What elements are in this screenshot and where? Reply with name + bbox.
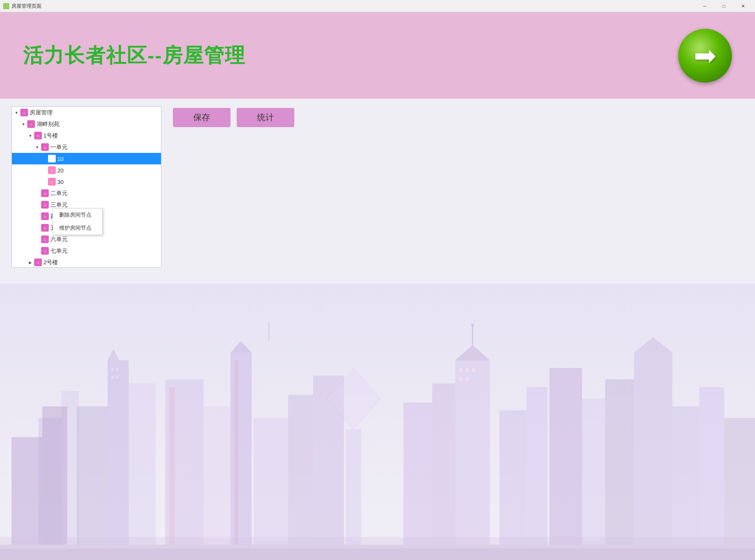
- tree-label: 七单元: [50, 247, 68, 255]
- save-button[interactable]: 保存: [173, 108, 231, 127]
- tree-node-room1[interactable]: ⌂ 10 删除房间节点 维护房间节点: [12, 153, 161, 164]
- svg-rect-11: [204, 406, 231, 545]
- home-icon: ⌂: [41, 235, 49, 243]
- svg-rect-15: [288, 395, 313, 545]
- toggle-icon: [41, 167, 47, 173]
- home-icon: ⌂: [48, 155, 56, 162]
- svg-rect-26: [582, 399, 605, 545]
- tree-label: 1号楼: [43, 132, 58, 139]
- tree-label: 房屋管理: [30, 109, 53, 116]
- tree-panel[interactable]: ▼ ⌂ 房屋管理 ▼ ⌂ 湖畔别苑 ▼ ⌂ 1号楼 ▼ ⌂ 一单元 ⌂ 10: [12, 106, 161, 268]
- svg-rect-21: [455, 360, 490, 545]
- svg-rect-33: [111, 368, 114, 371]
- page-title: 活力长者社区--房屋管理: [23, 42, 246, 69]
- tree-label: 30: [57, 179, 64, 185]
- context-menu-maintain[interactable]: 维护房间节点: [53, 222, 102, 235]
- home-icon: ⌂: [41, 189, 49, 197]
- svg-rect-32: [724, 418, 755, 545]
- svg-rect-41: [466, 378, 469, 381]
- home-icon: ⌂: [41, 224, 49, 232]
- next-page-button[interactable]: ➡: [678, 29, 732, 83]
- stats-button[interactable]: 统计: [237, 108, 294, 127]
- toggle-icon: [34, 225, 40, 231]
- toggle-icon: [34, 190, 40, 196]
- svg-rect-43: [234, 360, 238, 545]
- minimize-button[interactable]: ─: [696, 2, 714, 11]
- title-bar-title: 房屋管理页面: [12, 3, 41, 10]
- tree-node-unit1[interactable]: ▼ ⌂ 一单元: [12, 141, 161, 153]
- toggle-icon: [34, 213, 40, 219]
- tree-node-unit7[interactable]: ⌂ 七单元: [12, 245, 161, 257]
- tree-node-room3[interactable]: ⌂ 30: [12, 176, 161, 187]
- svg-rect-24: [526, 387, 548, 545]
- toggle-icon: [34, 202, 40, 208]
- close-button[interactable]: ✕: [734, 2, 752, 11]
- svg-rect-31: [699, 387, 724, 545]
- tree-label: 二单元: [50, 190, 68, 197]
- cityscape-background: [0, 283, 755, 560]
- toggle-icon: ▶: [27, 259, 33, 265]
- toggle-icon: ▼: [20, 121, 27, 127]
- svg-rect-37: [459, 368, 462, 372]
- svg-rect-12: [231, 353, 252, 545]
- svg-rect-27: [605, 379, 634, 545]
- header-banner: 活力长者社区--房屋管理 ➡: [0, 12, 755, 99]
- app-icon: [3, 3, 9, 9]
- svg-rect-35: [111, 376, 114, 379]
- svg-rect-5: [108, 360, 129, 545]
- home-icon: ⌂: [41, 201, 49, 209]
- home-icon: ⌂: [34, 132, 42, 139]
- svg-rect-18: [346, 429, 361, 545]
- toggle-icon: ▼: [27, 133, 33, 139]
- toggle-icon: ▼: [13, 109, 20, 116]
- context-menu-delete[interactable]: 删除房间节点: [53, 209, 102, 222]
- svg-rect-42: [169, 387, 175, 545]
- svg-rect-6: [129, 383, 156, 545]
- tree-label: 20: [57, 167, 64, 174]
- svg-rect-20: [432, 383, 455, 545]
- svg-rect-19: [403, 403, 432, 545]
- svg-rect-38: [466, 368, 469, 372]
- home-icon: ⌂: [34, 258, 42, 266]
- svg-rect-39: [472, 368, 475, 372]
- svg-rect-36: [116, 376, 118, 379]
- action-buttons-panel: 保存 统计: [173, 106, 294, 268]
- toggle-icon: [34, 236, 40, 242]
- tree-node-root[interactable]: ▼ ⌂ 房屋管理: [12, 107, 161, 118]
- home-icon: ⌂: [48, 166, 56, 174]
- svg-rect-28: [634, 353, 672, 545]
- city-svg: [0, 283, 755, 560]
- tree-node-unit6[interactable]: ⌂ 六单元: [12, 234, 161, 245]
- svg-rect-34: [116, 368, 118, 371]
- tree-node-room2[interactable]: ⌂ 20: [12, 164, 161, 176]
- svg-rect-7: [12, 437, 42, 545]
- tree-node-community[interactable]: ▼ ⌂ 湖畔别苑: [12, 118, 161, 130]
- home-icon: ⌂: [48, 178, 56, 186]
- home-icon: ⌂: [41, 143, 49, 151]
- svg-rect-23: [499, 410, 526, 545]
- toggle-icon: [41, 179, 47, 185]
- home-icon: ⌂: [41, 212, 49, 220]
- title-bar: 房屋管理页面 ─ □ ✕: [0, 0, 755, 12]
- title-bar-left: 房屋管理页面: [3, 3, 41, 10]
- tree-node-unit2[interactable]: ⌂ 二单元: [12, 187, 161, 199]
- svg-rect-4: [77, 406, 108, 545]
- tree-node-building1[interactable]: ▼ ⌂ 1号楼: [12, 130, 161, 141]
- svg-rect-40: [459, 378, 462, 381]
- arrow-right-icon: ➡: [694, 42, 717, 69]
- tree-label: 三单元: [50, 201, 68, 209]
- tree-label: 一单元: [50, 144, 68, 151]
- toggle-icon: ▼: [34, 144, 40, 150]
- svg-rect-45: [0, 548, 755, 560]
- svg-point-47: [471, 323, 474, 326]
- tree-label: 湖畔别苑: [37, 121, 60, 128]
- svg-rect-30: [672, 406, 699, 545]
- home-icon: ⌂: [41, 247, 49, 255]
- main-content: ▼ ⌂ 房屋管理 ▼ ⌂ 湖畔别苑 ▼ ⌂ 1号楼 ▼ ⌂ 一单元 ⌂ 10: [0, 99, 755, 275]
- home-icon: ⌂: [27, 120, 35, 128]
- tree-node-building2[interactable]: ▶ ⌂ 2号楼: [12, 257, 161, 268]
- tree-label: 10: [57, 156, 64, 162]
- toggle-icon: [41, 156, 47, 162]
- maximize-button[interactable]: □: [715, 2, 733, 11]
- tree-label: 2号楼: [43, 259, 58, 266]
